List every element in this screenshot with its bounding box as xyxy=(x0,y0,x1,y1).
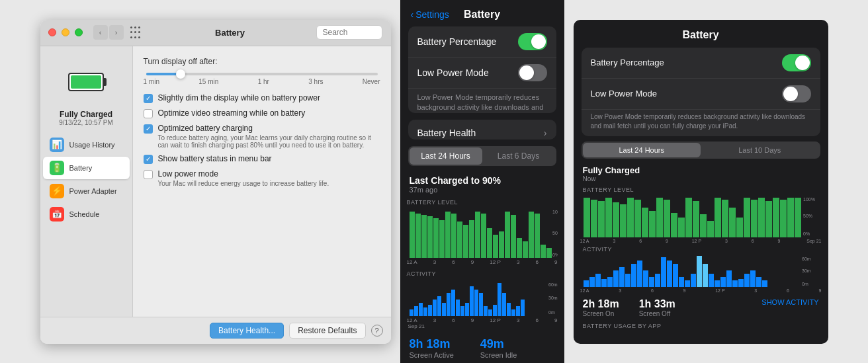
search-input[interactable] xyxy=(316,25,382,40)
battery-date: 9/13/22, 10:57 PM xyxy=(46,119,127,126)
svg-rect-90 xyxy=(595,274,601,287)
svg-rect-105 xyxy=(685,280,690,287)
svg-text:50%: 50% xyxy=(552,231,558,235)
ipad-screen-off-value: 1h 33m xyxy=(639,298,675,310)
battery-usage-by-app-label: BATTERY USAGE BY APP xyxy=(574,321,828,331)
svg-rect-97 xyxy=(637,261,642,287)
ipad-battery-percentage-toggle[interactable] xyxy=(782,54,811,71)
svg-rect-109 xyxy=(709,274,714,287)
svg-rect-104 xyxy=(679,277,684,287)
svg-rect-34 xyxy=(442,303,446,316)
activity-svg: 60m 30m 0m xyxy=(407,280,558,316)
ipad-screen-stats: 2h 18m Screen On 1h 33m Screen Off SHOW … xyxy=(574,294,828,321)
svg-rect-36 xyxy=(451,290,455,316)
sidebar-item-usage-history[interactable]: 📊 Usage History xyxy=(43,134,130,156)
svg-rect-32 xyxy=(433,300,437,316)
svg-rect-55 xyxy=(584,198,590,237)
battery-health-button[interactable]: Battery Health... xyxy=(210,323,284,339)
mac-battery-window: ‹ › Battery Fully Charged 9/13/ xyxy=(40,20,391,344)
low-power-mode-row: Low Power Mode xyxy=(408,58,556,89)
svg-rect-21 xyxy=(535,214,540,258)
low-power-subtext: Your Mac will reduce energy usage to inc… xyxy=(158,180,329,187)
tab-last-24-hours[interactable]: Last 24 Hours xyxy=(410,147,482,165)
help-button[interactable]: ? xyxy=(371,325,383,337)
ipad-tab-bar: Last 24 Hours Last 10 Days xyxy=(582,141,820,159)
charged-info: Last Charged to 90% 37m ago xyxy=(400,171,564,196)
tab-last-6-days[interactable]: Last 6 Days xyxy=(482,147,555,165)
ipad-low-power-toggle[interactable] xyxy=(782,85,811,102)
back-button[interactable]: ‹ xyxy=(93,25,108,40)
svg-rect-42 xyxy=(479,293,483,316)
restore-defaults-button[interactable]: Restore Defaults xyxy=(289,323,365,339)
svg-rect-68 xyxy=(678,218,685,237)
svg-rect-111 xyxy=(720,277,726,287)
activity-time-labels: 12 A36912 P369 xyxy=(407,317,558,323)
svg-rect-96 xyxy=(631,264,636,287)
svg-rect-46 xyxy=(498,283,501,316)
svg-rect-117 xyxy=(756,277,761,287)
menu-checkbox[interactable]: ✓ xyxy=(144,155,153,164)
svg-rect-19 xyxy=(523,241,528,258)
battery-health-row[interactable]: Battery Health › xyxy=(408,120,556,140)
svg-rect-94 xyxy=(619,267,625,287)
ipad-tab-10-days[interactable]: Last 10 Days xyxy=(701,143,819,157)
svg-rect-76 xyxy=(736,218,743,237)
sidebar-label-battery: Battery xyxy=(69,164,93,172)
display-sleep-slider[interactable] xyxy=(146,73,378,75)
battery-health-label: Battery Health xyxy=(417,128,476,138)
apps-grid-button[interactable] xyxy=(129,25,144,40)
window-title: Battery xyxy=(215,28,245,38)
battery-percentage-toggle[interactable] xyxy=(518,33,547,50)
back-label: Settings xyxy=(415,9,449,20)
show-activity-button[interactable]: SHOW ACTIVITY xyxy=(761,298,818,317)
ipad-charged-info: Fully Charged Now xyxy=(574,163,828,185)
charged-title: Last Charged to 90% xyxy=(410,175,555,186)
ipad-tab-24-hours[interactable]: Last 24 Hours xyxy=(583,143,701,157)
svg-rect-64 xyxy=(649,211,656,237)
ipad-header: Battery xyxy=(574,20,828,48)
svg-rect-60 xyxy=(620,204,627,237)
back-to-settings-button[interactable]: ‹ Settings xyxy=(411,9,449,20)
dim-checkbox[interactable]: ✓ xyxy=(144,94,153,103)
maximize-button[interactable] xyxy=(75,28,83,36)
ipad-screen-on-stat: 2h 18m Screen On xyxy=(583,298,619,317)
svg-rect-20 xyxy=(529,212,534,258)
sidebar-item-schedule[interactable]: 📅 Schedule xyxy=(43,203,130,225)
svg-rect-112 xyxy=(726,270,732,287)
svg-rect-43 xyxy=(484,306,488,316)
svg-rect-98 xyxy=(643,270,648,287)
charging-checkbox[interactable]: ✓ xyxy=(144,124,153,134)
forward-button[interactable]: › xyxy=(109,25,124,40)
low-power-mode-toggle[interactable] xyxy=(518,64,547,81)
ipad-charged-sub: Now xyxy=(583,175,819,182)
minimize-button[interactable] xyxy=(62,28,69,36)
svg-rect-2 xyxy=(421,215,427,258)
svg-rect-100 xyxy=(655,274,660,287)
ipad-battery-level-svg: 100% 50% 0% xyxy=(580,194,822,237)
sidebar-item-battery[interactable]: 🔋 Battery xyxy=(43,157,130,179)
svg-rect-14 xyxy=(493,235,498,258)
svg-rect-9 xyxy=(463,225,468,258)
sidebar-label-usage-history: Usage History xyxy=(69,141,115,149)
dim-label: Slightly dim the display while on batter… xyxy=(158,93,320,102)
chevron-right-icon: › xyxy=(544,128,547,138)
svg-rect-40 xyxy=(470,286,474,316)
screen-idle-value: 49m xyxy=(480,337,517,351)
ipad-screen-on-label: Screen On xyxy=(583,310,619,317)
svg-rect-56 xyxy=(591,200,597,237)
ipad-charged-title: Fully Charged xyxy=(583,165,819,175)
svg-rect-88 xyxy=(584,280,589,287)
video-checkbox[interactable] xyxy=(144,109,153,118)
sidebar-item-power-adapter[interactable]: ⚡ Power Adapter xyxy=(43,180,130,202)
battery-level-chart-section: BATTERY LEVEL xyxy=(400,196,564,268)
svg-rect-27 xyxy=(410,309,413,316)
low-power-checkbox[interactable] xyxy=(144,170,153,179)
low-power-label: Low power mode xyxy=(158,169,329,179)
close-button[interactable] xyxy=(48,28,56,36)
battery-info: Fully Charged 9/13/22, 10:57 PM xyxy=(46,110,127,126)
checkbox-video: Optimize video streaming while on batter… xyxy=(144,108,380,118)
svg-rect-16 xyxy=(505,212,510,258)
svg-rect-101 xyxy=(661,257,666,287)
battery-health-section[interactable]: Battery Health › xyxy=(408,120,556,140)
svg-rect-83 xyxy=(787,198,794,237)
